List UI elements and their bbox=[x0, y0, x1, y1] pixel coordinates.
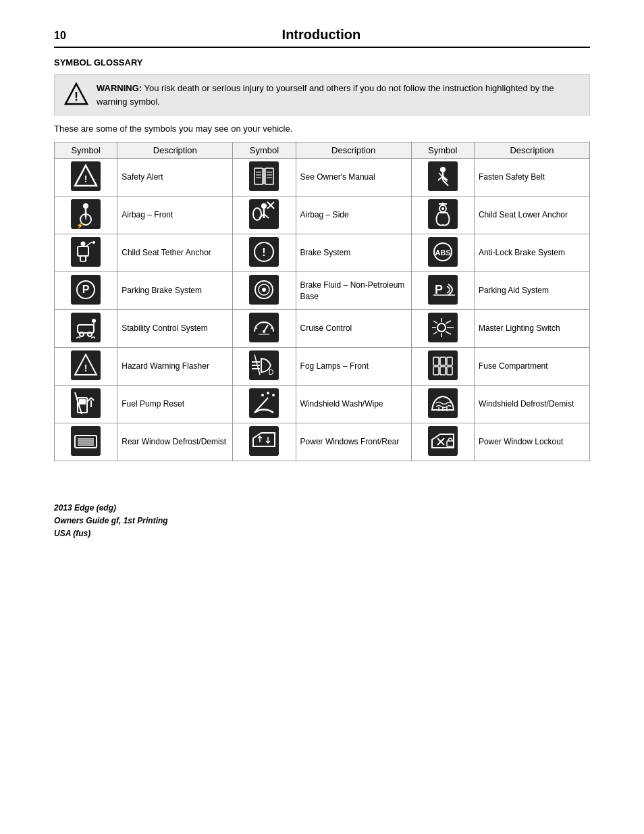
symbol-fuse-compartment bbox=[411, 348, 474, 386]
symbol-rear-window-defrost bbox=[55, 423, 117, 461]
footer-line3: USA (fus) bbox=[54, 527, 590, 540]
table-row: Child Seat Tether Anchor ! Brake System … bbox=[55, 234, 590, 272]
symbol-child-seat-lower bbox=[411, 197, 474, 234]
desc-cruise-control: Cruise Control bbox=[296, 310, 411, 348]
svg-point-70 bbox=[92, 319, 96, 323]
svg-point-29 bbox=[261, 203, 267, 209]
symbol-hazard-warning: ! bbox=[55, 348, 117, 386]
svg-rect-41 bbox=[71, 237, 101, 267]
desc-airbag-front: Airbag – Front bbox=[117, 197, 233, 234]
symbol-safety-alert: ! bbox=[55, 159, 117, 197]
svg-text:P: P bbox=[435, 283, 443, 296]
symbol-power-window-lockout bbox=[411, 423, 474, 461]
desc-parking-aid: Parking Aid System bbox=[474, 272, 589, 310]
warning-body: You risk death or serious injury to your… bbox=[97, 83, 554, 107]
svg-text:ABS: ABS bbox=[435, 249, 450, 257]
svg-text:D: D bbox=[269, 369, 273, 376]
svg-text:!: ! bbox=[84, 174, 88, 184]
desc-child-seat-lower: Child Seat Lower Anchor bbox=[474, 197, 589, 234]
table-row: Stability Control System Cruis bbox=[55, 310, 590, 348]
col-header-sym2: Symbol bbox=[233, 142, 296, 159]
symbol-windshield-wash bbox=[233, 386, 296, 423]
symbol-child-seat-tether bbox=[55, 234, 117, 272]
svg-point-116 bbox=[272, 394, 275, 396]
symbol-owners-manual bbox=[233, 159, 296, 197]
svg-text:!: ! bbox=[84, 363, 88, 373]
symbol-master-lighting bbox=[411, 310, 474, 348]
svg-text:!: ! bbox=[74, 90, 78, 103]
svg-point-16 bbox=[440, 167, 446, 172]
desc-rear-window-defrost: Rear Window Defrost/Demist bbox=[117, 423, 233, 461]
symbol-fog-lamps: D bbox=[233, 348, 296, 386]
warning-icon: ! bbox=[64, 82, 88, 108]
table-row: Fuel Pump Reset Windshield Wash/Wipe bbox=[55, 386, 590, 423]
page-title: Introduction bbox=[93, 27, 549, 43]
desc-windshield-wash: Windshield Wash/Wipe bbox=[296, 386, 411, 423]
desc-fuse-compartment: Fuse Compartment bbox=[474, 348, 589, 386]
desc-power-window-lockout: Power Window Lockout bbox=[474, 423, 589, 461]
svg-point-23 bbox=[83, 203, 88, 209]
svg-point-77 bbox=[263, 330, 265, 333]
col-header-desc2: Description bbox=[296, 142, 411, 159]
symbol-fasten-seatbelt bbox=[411, 159, 474, 197]
table-header-row: Symbol Description Symbol Description Sy… bbox=[55, 142, 590, 159]
desc-master-lighting: Master Lighting Switch bbox=[474, 310, 589, 348]
col-header-desc3: Description bbox=[474, 142, 589, 159]
svg-point-46 bbox=[92, 241, 95, 244]
col-header-sym3: Symbol bbox=[411, 142, 474, 159]
svg-text:!: ! bbox=[263, 246, 266, 258]
desc-brake-fluid: Brake Fluid – Non-Petroleum Base bbox=[296, 272, 411, 310]
desc-airbag-side: Airbag – Side bbox=[296, 197, 411, 234]
table-row: P Parking Brake System Brake Fluid – Non… bbox=[55, 272, 590, 310]
svg-point-42 bbox=[81, 242, 86, 246]
desc-hazard-warning: Hazard Warning Flasher bbox=[117, 348, 233, 386]
symbol-airbag-side bbox=[233, 197, 296, 234]
section-heading: SYMBOL GLOSSARY bbox=[54, 57, 590, 68]
svg-point-115 bbox=[267, 392, 269, 394]
desc-stability-control: Stability Control System bbox=[117, 310, 233, 348]
svg-text:⚡: ⚡ bbox=[76, 221, 84, 229]
symbol-parking-brake: P bbox=[55, 272, 117, 310]
svg-rect-66 bbox=[71, 313, 101, 342]
desc-windshield-defrost: Windshield Defrost/Demist bbox=[474, 386, 589, 423]
symbol-brake-system: ! bbox=[233, 234, 296, 272]
warning-label: WARNING: bbox=[97, 83, 142, 93]
symbol-abs: ABS bbox=[411, 234, 474, 272]
desc-fasten-seatbelt: Fasten Safety Belt bbox=[474, 159, 589, 197]
desc-abs: Anti-Lock Brake System bbox=[474, 234, 589, 272]
desc-fog-lamps: Fog Lamps – Front bbox=[296, 348, 411, 386]
warning-box: ! WARNING: You risk death or serious inj… bbox=[54, 74, 590, 115]
svg-point-38 bbox=[441, 207, 444, 210]
page-header: 10 Introduction bbox=[54, 27, 590, 48]
footer-line2: Owners Guide gf, 1st Printing bbox=[54, 515, 590, 527]
table-row: ! Hazard Warning Flasher D Fog bbox=[55, 348, 590, 386]
symbol-table: Symbol Description Symbol Description Sy… bbox=[54, 142, 590, 461]
svg-rect-107 bbox=[79, 399, 86, 405]
footer: 2013 Edge (edg) Owners Guide gf, 1st Pri… bbox=[54, 502, 590, 541]
symbol-windshield-defrost bbox=[411, 386, 474, 423]
svg-text:P: P bbox=[82, 284, 90, 295]
desc-owners-manual: See Owner's Manual bbox=[296, 159, 411, 197]
symbol-airbag-front: ⚡ bbox=[55, 197, 117, 234]
table-row: Rear Window Defrost/Demist Power Windows… bbox=[55, 423, 590, 461]
svg-point-114 bbox=[261, 394, 264, 396]
table-row: ⚡ Airbag – Front Airbag – Side bbox=[55, 197, 590, 234]
warning-text: WARNING: You risk death or serious injur… bbox=[97, 82, 580, 108]
svg-rect-72 bbox=[249, 313, 279, 342]
desc-child-seat-tether: Child Seat Tether Anchor bbox=[117, 234, 233, 272]
footer-line1: 2013 Edge (edg) bbox=[54, 502, 590, 515]
desc-safety-alert: Safety Alert bbox=[117, 159, 233, 197]
symbol-stability-control bbox=[55, 310, 117, 348]
desc-fuel-pump-reset: Fuel Pump Reset bbox=[117, 386, 233, 423]
intro-text: These are some of the symbols you may se… bbox=[54, 124, 590, 134]
svg-rect-117 bbox=[428, 388, 458, 418]
symbol-power-windows bbox=[233, 423, 296, 461]
svg-point-62 bbox=[262, 288, 266, 292]
desc-brake-system: Brake System bbox=[296, 234, 411, 272]
table-row: ! Safety Alert See bbox=[55, 159, 590, 197]
col-header-sym1: Symbol bbox=[55, 142, 117, 159]
desc-parking-brake: Parking Brake System bbox=[117, 272, 233, 310]
col-header-desc1: Description bbox=[117, 142, 233, 159]
symbol-cruise-control bbox=[233, 310, 296, 348]
symbol-parking-aid: P bbox=[411, 272, 474, 310]
